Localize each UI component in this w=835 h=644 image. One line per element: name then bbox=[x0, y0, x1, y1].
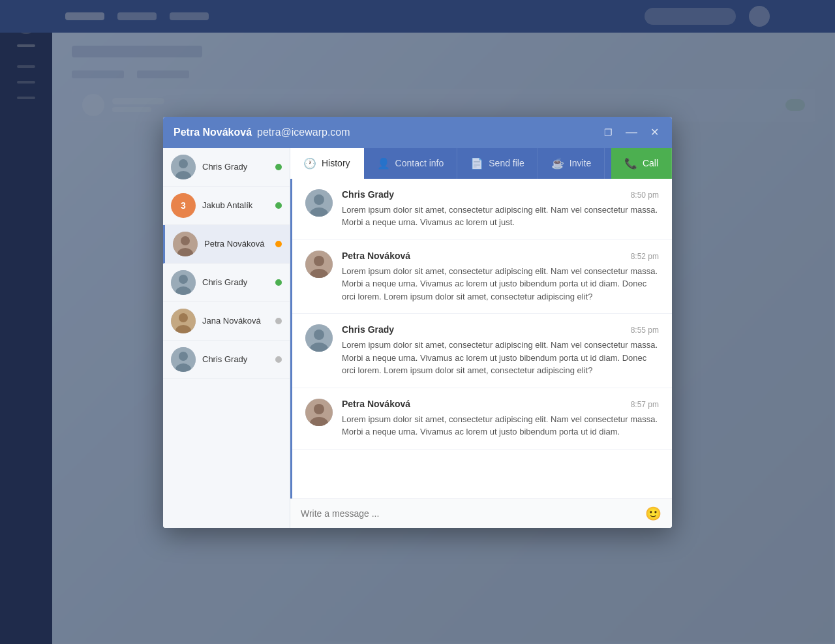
svg-point-1 bbox=[179, 159, 188, 168]
contact-item-chris-grady-3[interactable]: Chris Grady bbox=[163, 341, 290, 379]
history-icon: 🕐 bbox=[303, 157, 316, 170]
tab-contact-info-label: Contact info bbox=[395, 158, 444, 168]
message-text-1: Lorem ipsum dolor sit amet, consectetur … bbox=[342, 204, 659, 229]
message-text-2: Lorem ipsum dolor sit amet, consectetur … bbox=[342, 265, 659, 303]
svg-point-7 bbox=[179, 275, 188, 284]
message-sender-1: Chris Grady bbox=[342, 189, 394, 200]
message-sender-2: Petra Nováková bbox=[342, 251, 410, 261]
contact-name-chris-grady-3: Chris Grady bbox=[202, 354, 269, 364]
message-item-2: Petra Nováková 8:52 pm Lorem ipsum dolor… bbox=[292, 240, 672, 314]
contact-name-chris-grady-1: Chris Grady bbox=[202, 162, 269, 172]
status-offline-chris-grady-3 bbox=[275, 356, 282, 363]
message-time-2: 8:52 pm bbox=[631, 252, 659, 261]
send-file-icon: 📄 bbox=[470, 157, 483, 170]
message-content-1: Chris Grady 8:50 pm Lorem ipsum dolor si… bbox=[342, 189, 659, 229]
tab-invite-label: Invite bbox=[569, 158, 591, 168]
message-time-1: 8:50 pm bbox=[631, 191, 659, 200]
modal-header: Petra Nováková petra@icewarp.com ❐ — ✕ bbox=[163, 117, 672, 148]
contact-info-icon: 👤 bbox=[377, 157, 390, 170]
contact-name-petra-novakova: Petra Nováková bbox=[204, 239, 269, 249]
tab-history-label: History bbox=[322, 158, 350, 168]
call-icon: 📞 bbox=[624, 157, 637, 170]
svg-point-10 bbox=[179, 313, 188, 322]
message-avatar-4 bbox=[305, 399, 333, 426]
status-away-petra-novakova bbox=[275, 241, 282, 247]
contact-name-jana-novakova: Jana Nováková bbox=[202, 316, 269, 326]
contact-item-petra-novakova[interactable]: Petra Nováková bbox=[163, 225, 290, 264]
message-input[interactable] bbox=[301, 508, 640, 519]
tab-invite[interactable]: ☕ Invite bbox=[538, 148, 605, 179]
svg-point-19 bbox=[314, 256, 324, 266]
contact-avatar-chris-grady-2 bbox=[171, 270, 196, 295]
message-item-4: Petra Nováková 8:57 pm Lorem ipsum dolor… bbox=[292, 388, 672, 450]
contact-avatar-jakub-antalik: 3 bbox=[171, 193, 196, 218]
message-sender-4: Petra Nováková bbox=[342, 399, 410, 409]
svg-point-4 bbox=[181, 236, 190, 245]
tab-contact-info[interactable]: 👤 Contact info bbox=[364, 148, 458, 179]
modal-contact-name: Petra Nováková bbox=[174, 127, 252, 138]
modal-body: Chris Grady 3 Jakub Antalík bbox=[163, 148, 672, 528]
status-online-chris-grady-2 bbox=[275, 279, 282, 286]
message-item-3: Chris Grady 8:55 pm Lorem ipsum dolor si… bbox=[292, 314, 672, 388]
message-time-3: 8:55 pm bbox=[631, 326, 659, 335]
modal-restore-button[interactable]: ❐ bbox=[601, 126, 615, 139]
svg-point-25 bbox=[314, 404, 324, 414]
message-avatar-2 bbox=[305, 251, 333, 278]
contact-avatar-chris-grady-1 bbox=[171, 155, 196, 179]
tab-call-label: Call bbox=[643, 158, 658, 168]
contact-item-chris-grady-1[interactable]: Chris Grady bbox=[163, 148, 290, 187]
svg-point-13 bbox=[179, 352, 188, 361]
status-offline-jana-novakova bbox=[275, 318, 282, 324]
modal-window-controls: ❐ — ✕ bbox=[601, 126, 661, 139]
contact-name-jakub-antalik: Jakub Antalík bbox=[202, 200, 269, 210]
contact-item-chris-grady-2[interactable]: Chris Grady bbox=[163, 264, 290, 302]
svg-point-22 bbox=[314, 330, 324, 340]
contact-item-jana-novakova[interactable]: Jana Nováková bbox=[163, 302, 290, 341]
message-sender-3: Chris Grady bbox=[342, 324, 394, 335]
message-time-4: 8:57 pm bbox=[631, 400, 659, 409]
message-content-4: Petra Nováková 8:57 pm Lorem ipsum dolor… bbox=[342, 399, 659, 438]
message-content-3: Chris Grady 8:55 pm Lorem ipsum dolor si… bbox=[342, 324, 659, 377]
chat-tabs: 🕐 History 👤 Contact info 📄 Send file ☕ I… bbox=[290, 148, 672, 179]
chat-area: 🕐 History 👤 Contact info 📄 Send file ☕ I… bbox=[290, 148, 672, 528]
status-online-jakub-antalik bbox=[275, 202, 282, 209]
contact-avatar-jana-novakova bbox=[171, 309, 196, 333]
message-avatar-1 bbox=[305, 189, 333, 217]
message-avatar-3 bbox=[305, 324, 333, 352]
svg-point-16 bbox=[314, 194, 324, 205]
tab-call[interactable]: 📞 Call bbox=[611, 148, 672, 179]
chat-modal: Petra Nováková petra@icewarp.com ❐ — ✕ bbox=[163, 117, 672, 528]
message-header-2: Petra Nováková 8:52 pm bbox=[342, 251, 659, 261]
tab-send-file[interactable]: 📄 Send file bbox=[457, 148, 538, 179]
message-item-1: Chris Grady 8:50 pm Lorem ipsum dolor si… bbox=[292, 179, 672, 240]
emoji-button[interactable]: 🙂 bbox=[645, 506, 661, 521]
contact-item-jakub-antalik[interactable]: 3 Jakub Antalík bbox=[163, 187, 290, 225]
modal-contact-email: petra@icewarp.com bbox=[257, 127, 350, 138]
message-text-3: Lorem ipsum dolor sit amet, consectetur … bbox=[342, 339, 659, 377]
modal-close-button[interactable]: ✕ bbox=[648, 126, 661, 139]
message-header-3: Chris Grady 8:55 pm bbox=[342, 324, 659, 335]
message-content-2: Petra Nováková 8:52 pm Lorem ipsum dolor… bbox=[342, 251, 659, 303]
messages-container: Chris Grady 8:50 pm Lorem ipsum dolor si… bbox=[290, 179, 672, 498]
invite-icon: ☕ bbox=[551, 157, 564, 170]
contact-avatar-chris-grady-3 bbox=[171, 347, 196, 372]
status-online-chris-grady-1 bbox=[275, 164, 282, 170]
contact-avatar-petra-novakova bbox=[173, 232, 198, 256]
modal-title: Petra Nováková petra@icewarp.com bbox=[174, 127, 350, 138]
message-header-1: Chris Grady 8:50 pm bbox=[342, 189, 659, 200]
modal-minimize-button[interactable]: — bbox=[623, 126, 640, 139]
modal-overlay: Petra Nováková petra@icewarp.com ❐ — ✕ bbox=[0, 0, 835, 644]
contact-name-chris-grady-2: Chris Grady bbox=[202, 277, 269, 287]
message-input-area: 🙂 bbox=[290, 498, 672, 528]
message-text-4: Lorem ipsum dolor sit amet, consectetur … bbox=[342, 413, 659, 438]
contacts-list: Chris Grady 3 Jakub Antalík bbox=[163, 148, 290, 528]
tab-history[interactable]: 🕐 History bbox=[290, 148, 364, 179]
message-header-4: Petra Nováková 8:57 pm bbox=[342, 399, 659, 409]
tab-send-file-label: Send file bbox=[489, 158, 524, 168]
